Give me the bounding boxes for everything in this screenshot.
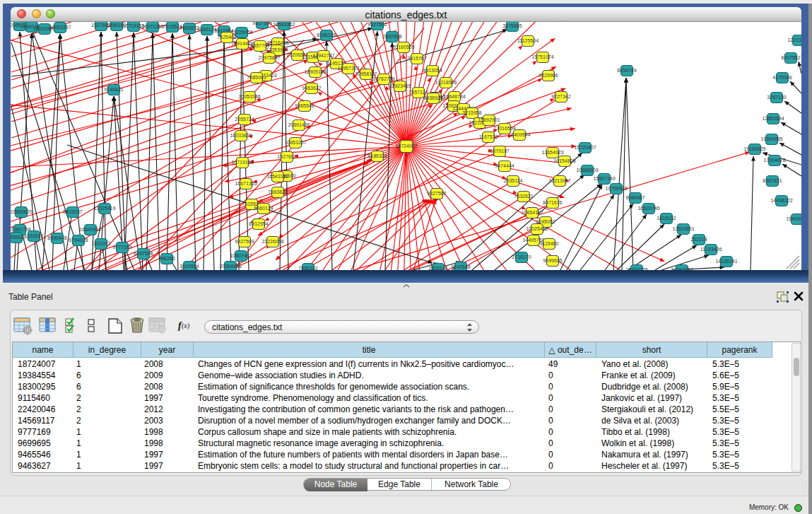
svg-text:15720407: 15720407 [574, 145, 596, 150]
svg-text:12905139: 12905139 [304, 69, 326, 74]
svg-text:16961758: 16961758 [11, 227, 31, 232]
svg-text:7955812: 7955812 [11, 235, 26, 240]
svg-text:(x): (x) [182, 322, 190, 330]
svg-text:16671355: 16671355 [141, 24, 163, 29]
svg-text:13325419: 13325419 [93, 206, 115, 211]
svg-text:7625402: 7625402 [217, 35, 236, 40]
svg-text:1527602: 1527602 [277, 154, 296, 159]
svg-text:16033809: 16033809 [230, 133, 252, 138]
svg-text:7886322: 7886322 [298, 266, 317, 270]
svg-text:10958117: 10958117 [355, 71, 377, 76]
svg-text:9227342: 9227342 [551, 94, 570, 99]
svg-text:2867608: 2867608 [382, 34, 401, 39]
svg-text:19218506: 19218506 [435, 80, 457, 85]
svg-text:17004678: 17004678 [763, 158, 785, 163]
svg-text:12653594: 12653594 [762, 116, 784, 121]
svg-text:19166825: 19166825 [743, 146, 765, 151]
svg-text:23226058: 23226058 [230, 30, 252, 35]
svg-text:8454749: 8454749 [617, 68, 636, 73]
svg-text:1162615: 1162615 [25, 233, 44, 238]
svg-text:8587831: 8587831 [763, 178, 782, 183]
svg-text:9474444: 9474444 [495, 163, 514, 168]
svg-text:11733426: 11733426 [700, 247, 722, 252]
svg-text:1621072: 1621072 [91, 241, 110, 246]
svg-text:6879197: 6879197 [490, 148, 509, 153]
svg-text:2055724: 2055724 [235, 117, 254, 122]
svg-text:7857224: 7857224 [408, 90, 428, 95]
svg-text:9327509: 9327509 [252, 22, 271, 25]
svg-text:12923465: 12923465 [389, 83, 411, 88]
svg-text:3875685: 3875685 [502, 23, 522, 28]
svg-text:19654985: 19654985 [760, 136, 782, 141]
svg-text:8990448: 8990448 [47, 235, 66, 240]
svg-text:9329966: 9329966 [539, 73, 558, 78]
svg-text:9084067: 9084067 [625, 195, 645, 200]
svg-text:7663822: 7663822 [180, 25, 199, 30]
svg-text:8427552: 8427552 [781, 55, 800, 60]
svg-text:16648784: 16648784 [443, 94, 465, 99]
svg-text:9327502: 9327502 [367, 22, 387, 27]
svg-text:16409544: 16409544 [508, 132, 530, 137]
svg-text:8186328: 8186328 [317, 33, 336, 37]
svg-text:16520746: 16520746 [637, 206, 659, 211]
svg-text:6794028: 6794028 [69, 238, 88, 243]
svg-text:16640910: 16640910 [79, 227, 101, 232]
svg-text:1167533: 1167533 [479, 134, 498, 139]
svg-text:9777169: 9777169 [112, 245, 131, 250]
svg-text:15409948: 15409948 [786, 216, 801, 221]
svg-text:7485063: 7485063 [247, 75, 266, 80]
svg-text:10654112: 10654112 [522, 210, 543, 215]
svg-text:20053346: 20053346 [238, 94, 260, 99]
svg-text:11125504: 11125504 [517, 38, 539, 43]
svg-text:7663822: 7663822 [268, 189, 287, 194]
svg-text:10719155: 10719155 [231, 160, 253, 165]
svg-text:9242848: 9242848 [451, 264, 470, 269]
svg-text:14136141: 14136141 [715, 259, 737, 264]
svg-text:2803144: 2803144 [428, 266, 447, 270]
svg-text:9327509: 9327509 [235, 239, 254, 244]
svg-text:16543362: 16543362 [273, 22, 295, 27]
svg-text:6497508: 6497508 [134, 251, 153, 256]
svg-text:10025433: 10025433 [526, 226, 548, 231]
svg-text:3915767: 3915767 [407, 56, 426, 61]
svg-text:2718170: 2718170 [512, 255, 531, 259]
svg-text:19756928: 19756928 [605, 186, 627, 191]
svg-text:12213967: 12213967 [548, 178, 570, 183]
svg-text:15300275: 15300275 [625, 267, 647, 270]
svg-text:746266: 746266 [158, 256, 175, 261]
svg-text:12353924: 12353924 [266, 47, 288, 52]
svg-text:10653267: 10653267 [284, 140, 306, 145]
svg-text:16154808: 16154808 [553, 158, 575, 163]
svg-text:9463627: 9463627 [302, 86, 321, 90]
svg-text:8660124: 8660124 [254, 206, 273, 211]
svg-text:10653267: 10653267 [49, 25, 71, 30]
svg-text:3215958: 3215958 [462, 110, 481, 115]
svg-text:8813054: 8813054 [423, 68, 442, 73]
svg-text:7632621: 7632621 [514, 194, 533, 199]
svg-text:15885820: 15885820 [11, 209, 33, 214]
svg-text:3024554: 3024554 [180, 264, 199, 269]
svg-text:9465546: 9465546 [295, 103, 314, 108]
svg-text:13524851: 13524851 [672, 226, 694, 231]
svg-text:10688609: 10688609 [576, 168, 598, 173]
svg-text:9327502: 9327502 [427, 191, 446, 196]
svg-text:15692901: 15692901 [478, 117, 500, 122]
svg-text:9146821: 9146821 [104, 87, 123, 92]
svg-text:8912954: 8912954 [249, 221, 268, 226]
svg-text:20364456: 20364456 [219, 264, 241, 269]
svg-text:252214: 252214 [690, 237, 707, 242]
svg-text:8186328: 8186328 [367, 153, 387, 158]
svg-text:12213303: 12213303 [787, 37, 801, 42]
svg-text:20691406: 20691406 [288, 122, 310, 127]
svg-text:10607487: 10607487 [230, 253, 252, 258]
svg-text:8938923: 8938923 [423, 95, 442, 100]
svg-text:2935114: 2935114 [504, 178, 523, 183]
svg-text:12942737: 12942737 [312, 53, 334, 58]
svg-text:8471676: 8471676 [543, 200, 562, 205]
svg-text:16543362: 16543362 [266, 174, 288, 179]
svg-text:15751074: 15751074 [531, 54, 553, 59]
svg-text:14498222: 14498222 [770, 198, 792, 203]
svg-text:23975887: 23975887 [258, 55, 280, 60]
svg-text:16671355: 16671355 [235, 181, 257, 186]
svg-text:1815132: 1815132 [657, 216, 676, 221]
